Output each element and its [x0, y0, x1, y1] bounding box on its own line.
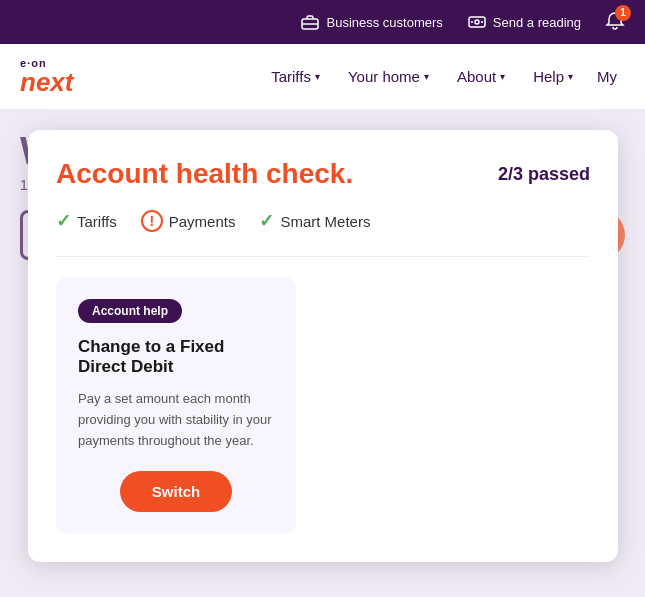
about-chevron-icon: ▾: [500, 71, 505, 82]
modal-overlay: Account health check. 2/3 passed ✓ Tarif…: [0, 110, 645, 597]
switch-button[interactable]: Switch: [120, 471, 232, 512]
tariffs-check-icon: ✓: [56, 210, 71, 232]
card-description: Pay a set amount each month providing yo…: [78, 389, 274, 451]
modal-title: Account health check.: [56, 158, 353, 190]
business-customers-link[interactable]: Business customers: [300, 12, 442, 32]
bell-icon: [605, 19, 625, 34]
card-tag: Account help: [78, 299, 182, 323]
check-smart-meters: ✓ Smart Meters: [259, 210, 370, 232]
tariffs-check-label: Tariffs: [77, 213, 117, 230]
nav-items: Tariffs ▾ Your home ▾ About ▾ Help ▾ My: [259, 60, 625, 93]
nav-tariffs-label: Tariffs: [271, 68, 311, 85]
smart-meters-check-icon: ✓: [259, 210, 274, 232]
top-bar: Business customers Send a reading 1: [0, 0, 645, 44]
nav-tariffs[interactable]: Tariffs ▾: [259, 60, 332, 93]
nav-help-label: Help: [533, 68, 564, 85]
check-payments: ! Payments: [141, 210, 236, 232]
logo[interactable]: e·on next: [20, 58, 73, 95]
modal-checks: ✓ Tariffs ! Payments ✓ Smart Meters: [56, 210, 590, 232]
logo-next: next: [20, 69, 73, 95]
payments-warning-icon: !: [141, 210, 163, 232]
help-chevron-icon: ▾: [568, 71, 573, 82]
business-customers-label: Business customers: [326, 15, 442, 30]
modal-header: Account health check. 2/3 passed: [56, 158, 590, 190]
notification-count: 1: [615, 5, 631, 21]
nav-your-home-label: Your home: [348, 68, 420, 85]
send-reading-link[interactable]: Send a reading: [467, 12, 581, 32]
nav-about[interactable]: About ▾: [445, 60, 517, 93]
smart-meters-check-label: Smart Meters: [280, 213, 370, 230]
nav-help[interactable]: Help ▾: [521, 60, 585, 93]
svg-point-3: [475, 20, 479, 24]
nav-my[interactable]: My: [589, 60, 625, 93]
card-title: Change to a Fixed Direct Debit: [78, 337, 274, 377]
page-background: We 192 G t paym payme ment is s after is…: [0, 110, 645, 597]
your-home-chevron-icon: ▾: [424, 71, 429, 82]
tariffs-chevron-icon: ▾: [315, 71, 320, 82]
check-tariffs: ✓ Tariffs: [56, 210, 117, 232]
nav-about-label: About: [457, 68, 496, 85]
meter-icon: [467, 12, 487, 32]
notification-bell[interactable]: 1: [605, 11, 625, 34]
account-help-card: Account help Change to a Fixed Direct De…: [56, 277, 296, 534]
payments-check-label: Payments: [169, 213, 236, 230]
briefcase-icon: [300, 12, 320, 32]
send-reading-label: Send a reading: [493, 15, 581, 30]
modal-divider: [56, 256, 590, 257]
nav-my-label: My: [597, 68, 617, 85]
account-health-modal: Account health check. 2/3 passed ✓ Tarif…: [28, 130, 618, 562]
nav-bar: e·on next Tariffs ▾ Your home ▾ About ▾ …: [0, 44, 645, 110]
modal-score: 2/3 passed: [498, 164, 590, 185]
nav-your-home[interactable]: Your home ▾: [336, 60, 441, 93]
